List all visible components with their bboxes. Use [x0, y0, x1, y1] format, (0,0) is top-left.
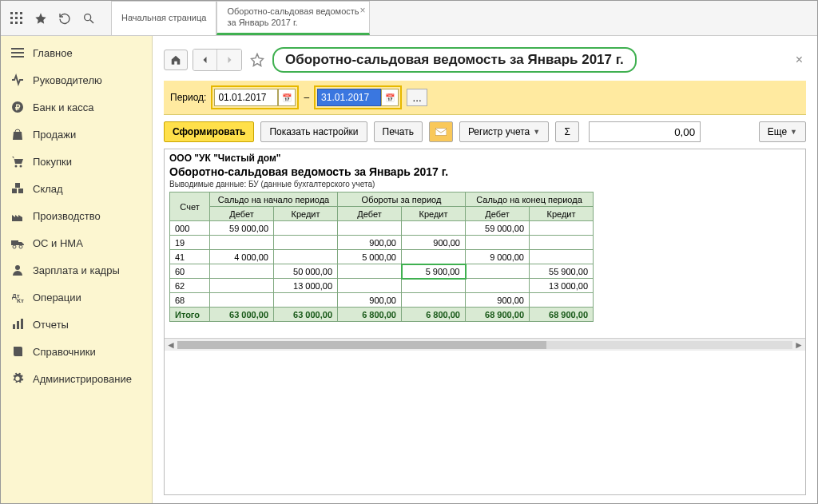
tab-home[interactable]: Начальная страница — [111, 1, 216, 35]
sidebar-item-4[interactable]: Покупки — [1, 148, 152, 175]
search-icon[interactable] — [77, 7, 100, 30]
scroll-thumb[interactable] — [177, 341, 546, 349]
chart-icon — [10, 317, 25, 331]
svg-text:₽: ₽ — [15, 103, 21, 112]
svg-rect-3 — [10, 17, 13, 19]
cell-sd — [210, 236, 274, 250]
sidebar-item-label: ОС и НМА — [33, 237, 83, 249]
more-button[interactable]: Еще▼ — [759, 121, 806, 142]
cell-total: 68 900,00 — [530, 308, 594, 322]
generate-button[interactable]: Сформировать — [164, 121, 254, 142]
scroll-left-icon[interactable]: ◄ — [165, 339, 177, 351]
tab-label-line1: Оборотно-сальдовая ведомость — [227, 6, 359, 17]
sidebar-item-3[interactable]: Продажи — [1, 121, 152, 148]
calendar-icon[interactable]: 📅 — [278, 89, 296, 106]
report-title: Оборотно-сальдовая ведомость за Январь 2… — [169, 165, 800, 178]
close-icon[interactable]: × — [360, 5, 366, 16]
sidebar-item-5[interactable]: Склад — [1, 175, 152, 202]
print-button[interactable]: Печать — [374, 121, 423, 142]
cell-oc — [402, 250, 466, 264]
table-row[interactable]: 00059 000,0059 000,00 — [170, 221, 594, 236]
home-button[interactable] — [164, 50, 188, 70]
cell-ec — [530, 293, 594, 308]
sidebar-item-6[interactable]: Производство — [1, 202, 152, 229]
cell-total: 6 800,00 — [338, 308, 402, 322]
svg-point-16 — [15, 165, 18, 168]
svg-point-9 — [85, 14, 91, 20]
svg-rect-29 — [21, 319, 23, 329]
apps-icon[interactable] — [6, 7, 28, 30]
close-page-icon[interactable]: × — [792, 50, 806, 70]
scroll-track[interactable] — [177, 341, 792, 349]
cell-ed — [466, 264, 530, 279]
sigma-button[interactable]: Σ — [555, 121, 579, 142]
col-credit: Кредит — [530, 207, 594, 221]
cell-od — [338, 279, 402, 293]
svg-rect-28 — [17, 321, 19, 329]
forward-button[interactable] — [217, 50, 241, 70]
scroll-right-icon[interactable]: ► — [792, 339, 805, 351]
svg-rect-4 — [15, 17, 18, 19]
top-bar: Начальная страница Оборотно-сальдовая ве… — [1, 1, 817, 36]
period-to-wrap: 📅 — [314, 85, 402, 109]
svg-point-17 — [20, 165, 22, 168]
sidebar-item-10[interactable]: Отчеты — [1, 311, 152, 338]
period-from-input[interactable] — [214, 89, 278, 106]
sidebar-item-8[interactable]: Зарплата и кадры — [1, 256, 152, 284]
chevron-down-icon: ▼ — [533, 128, 540, 136]
horizontal-scrollbar[interactable]: ◄ ► — [165, 338, 805, 351]
sidebar-item-11[interactable]: Справочники — [1, 338, 152, 365]
show-settings-button[interactable]: Показать настройки — [260, 121, 367, 142]
favorite-button[interactable] — [247, 50, 268, 70]
sidebar-item-9[interactable]: ДтКтОперации — [1, 284, 152, 311]
period-more-button[interactable]: ... — [407, 89, 427, 106]
cell-sc — [274, 293, 338, 308]
svg-rect-18 — [12, 189, 17, 193]
table-total-row: Итого63 000,0063 000,006 800,006 800,006… — [170, 308, 594, 322]
tab-label: Начальная страница — [121, 13, 206, 23]
report-subtitle: Выводимые данные: БУ (данные бухгалтерск… — [169, 180, 800, 189]
calendar-icon[interactable]: 📅 — [381, 89, 399, 106]
cell-ec — [530, 250, 594, 264]
sum-display[interactable] — [589, 121, 701, 142]
cell-oc — [402, 293, 466, 308]
history-icon[interactable] — [54, 7, 76, 30]
table-row[interactable]: 6213 000,0013 000,00 — [170, 279, 594, 293]
register-button[interactable]: Регистр учета▼ — [459, 121, 549, 142]
star-icon[interactable] — [30, 7, 52, 30]
tab-active-report[interactable]: Оборотно-сальдовая ведомость за Январь 2… — [216, 1, 369, 35]
sidebar-item-7[interactable]: ОС и НМА — [1, 229, 152, 256]
report-area[interactable]: ООО "УК "Чистый дом" Оборотно-сальдовая … — [164, 149, 806, 495]
cell-ec — [530, 236, 594, 250]
table-row[interactable]: 68900,00900,00 — [170, 293, 594, 308]
cell-total-label: Итого — [170, 308, 210, 322]
cell-ed: 900,00 — [466, 293, 530, 308]
table-row[interactable]: 6050 000,005 900,0055 900,00 — [170, 264, 594, 279]
cell-total: 6 800,00 — [402, 308, 466, 322]
back-button[interactable] — [193, 50, 217, 70]
boxes-icon — [10, 181, 25, 196]
ops-icon: ДтКт — [10, 290, 25, 304]
period-from-wrap: 📅 — [211, 85, 299, 109]
table-row[interactable]: 19900,00900,00 — [170, 236, 594, 250]
cell-sc — [274, 250, 338, 264]
sidebar-item-12[interactable]: Администрирование — [1, 365, 152, 392]
cell-oc: 900,00 — [402, 236, 466, 250]
top-icon-group — [1, 1, 105, 35]
cell-acct: 41 — [170, 250, 210, 264]
mail-icon[interactable] — [429, 121, 453, 142]
cell-oc — [402, 279, 466, 293]
sidebar-item-0[interactable]: Главное — [1, 39, 152, 66]
sidebar-item-2[interactable]: ₽Банк и касса — [1, 93, 152, 121]
cell-sc — [274, 236, 338, 250]
table-row[interactable]: 414 000,005 000,009 000,00 — [170, 250, 594, 264]
cell-od — [338, 264, 402, 279]
sidebar-item-label: Справочники — [33, 346, 96, 358]
cell-sd — [210, 264, 274, 279]
col-debit: Дебет — [210, 207, 274, 221]
period-to-input[interactable] — [317, 89, 381, 106]
sidebar-item-1[interactable]: Руководителю — [1, 66, 152, 93]
sidebar-item-label: Продажи — [33, 129, 76, 141]
svg-rect-20 — [15, 183, 20, 188]
cell-ec — [530, 221, 594, 236]
